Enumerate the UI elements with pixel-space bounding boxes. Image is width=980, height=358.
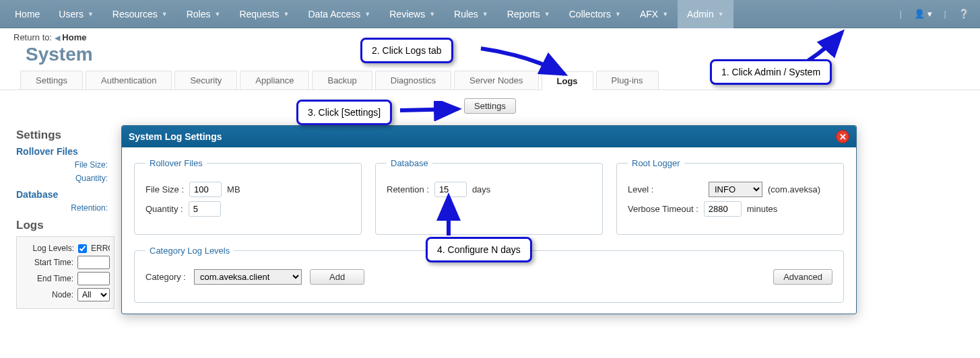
tab-strip: SettingsAuthenticationSecurityApplianceB… bbox=[0, 71, 980, 90]
database-fieldset: Database Retention : days bbox=[375, 158, 603, 235]
chevron-down-icon: ▼ bbox=[429, 11, 435, 17]
nav-reports[interactable]: Reports▼ bbox=[498, 0, 560, 28]
nav-home[interactable]: Home bbox=[5, 0, 49, 28]
category-label: Category : bbox=[145, 272, 186, 282]
sidebar-retention-label: Retention: bbox=[16, 201, 115, 215]
nav-separator: | bbox=[896, 9, 906, 19]
verbose-label: Verbose Timeout : bbox=[628, 204, 698, 214]
dialog-titlebar[interactable]: System Log Settings ✕ bbox=[122, 126, 856, 147]
breadcrumb-home-link[interactable]: Home bbox=[62, 32, 86, 42]
file-size-label: File Size : bbox=[145, 184, 184, 194]
help-icon[interactable]: ❔ bbox=[953, 9, 975, 19]
chevron-down-icon: ▼ bbox=[284, 11, 290, 17]
breadcrumb: Return to: ◀ Home bbox=[0, 28, 980, 42]
tab-diagnostics[interactable]: Diagnostics bbox=[375, 71, 451, 90]
filter-start-time-label: Start Time: bbox=[34, 258, 73, 267]
level-suffix: (com.aveksa) bbox=[768, 184, 820, 194]
retention-input[interactable] bbox=[434, 182, 467, 197]
callout-2: 2. Click Logs tab bbox=[360, 38, 453, 63]
sidebar-settings-heading: Settings bbox=[16, 129, 115, 142]
filter-start-time-input[interactable] bbox=[77, 256, 110, 269]
quantity-label: Quantity : bbox=[145, 204, 183, 214]
sidebar-rollover-link[interactable]: Rollover Files bbox=[16, 146, 115, 157]
settings-button[interactable]: Settings bbox=[464, 98, 516, 114]
filter-log-levels-value: ERROR bbox=[91, 244, 110, 253]
level-label: Level : bbox=[628, 184, 703, 194]
chevron-down-icon: ▼ bbox=[662, 11, 668, 17]
system-log-settings-dialog: System Log Settings ✕ Rollover Files Fil… bbox=[121, 125, 857, 314]
top-navbar: HomeUsers▼Resources▼Roles▼Requests▼Data … bbox=[0, 0, 980, 28]
settings-button-row: Settings bbox=[0, 90, 980, 119]
dialog-close-icon[interactable]: ✕ bbox=[836, 130, 849, 143]
dialog-title-text: System Log Settings bbox=[129, 131, 222, 142]
filter-node-select[interactable]: All bbox=[77, 288, 110, 301]
level-select[interactable]: INFO bbox=[709, 182, 762, 197]
quantity-input[interactable] bbox=[189, 201, 221, 217]
tab-authentication[interactable]: Authentication bbox=[86, 71, 172, 90]
nav-reviews[interactable]: Reviews▼ bbox=[380, 0, 445, 28]
page-title: System bbox=[0, 42, 980, 71]
chevron-down-icon: ▼ bbox=[615, 11, 621, 17]
filter-log-levels-checkbox[interactable] bbox=[78, 244, 87, 253]
filter-end-time-label: End Time: bbox=[37, 274, 73, 283]
tab-settings[interactable]: Settings bbox=[20, 71, 83, 90]
tab-logs[interactable]: Logs bbox=[542, 71, 593, 90]
logs-filter-box: Log Levels: ERROR Start Time: End Time: … bbox=[16, 236, 115, 309]
filter-end-time-input[interactable] bbox=[77, 272, 110, 285]
verbose-unit: minutes bbox=[747, 204, 778, 214]
filter-node-label: Node: bbox=[52, 290, 73, 299]
filter-log-levels-label: Log Levels: bbox=[33, 244, 74, 253]
nav-separator: | bbox=[940, 9, 950, 19]
tab-appliance[interactable]: Appliance bbox=[240, 71, 309, 90]
chevron-down-icon: ▼ bbox=[482, 11, 488, 17]
nav-afx[interactable]: AFX▼ bbox=[630, 0, 678, 28]
tab-server-nodes[interactable]: Server Nodes bbox=[454, 71, 538, 90]
nav-roles[interactable]: Roles▼ bbox=[177, 0, 230, 28]
verbose-input[interactable] bbox=[704, 201, 742, 217]
chevron-down-icon: ▼ bbox=[544, 11, 550, 17]
file-size-unit: MB bbox=[227, 184, 240, 194]
sidebar-quantity-label: Quantity: bbox=[16, 172, 115, 185]
add-button[interactable]: Add bbox=[310, 269, 364, 285]
rollover-fieldset: Rollover Files File Size : MB Quantity : bbox=[134, 158, 362, 235]
sidebar-logs-heading: Logs bbox=[16, 219, 115, 232]
nav-users[interactable]: Users▼ bbox=[49, 0, 102, 28]
chevron-down-icon: ▼ bbox=[162, 11, 168, 17]
nav-data-access[interactable]: Data Access▼ bbox=[298, 0, 380, 28]
retention-label: Retention : bbox=[387, 184, 429, 194]
category-select[interactable]: com.aveksa.client bbox=[194, 269, 302, 285]
callout-1: 1. Click Admin / System bbox=[710, 59, 832, 85]
file-size-input[interactable] bbox=[189, 182, 222, 197]
chevron-down-icon: ▼ bbox=[718, 11, 724, 17]
chevron-down-icon: ▼ bbox=[364, 11, 370, 17]
callout-3: 3. Click [Settings] bbox=[296, 100, 392, 125]
navbar-right: | 👤 ▾ | ❔ bbox=[896, 9, 975, 19]
breadcrumb-back-icon[interactable]: ◀ bbox=[55, 34, 60, 42]
nav-rules[interactable]: Rules▼ bbox=[445, 0, 498, 28]
callout-4: 4. Configure N days bbox=[426, 237, 532, 262]
root-logger-legend: Root Logger bbox=[628, 158, 684, 168]
retention-unit: days bbox=[472, 184, 490, 194]
root-logger-fieldset: Root Logger Level : INFO (com.aveksa) Ve… bbox=[616, 158, 844, 235]
nav-collectors[interactable]: Collectors▼ bbox=[560, 0, 630, 28]
advanced-button[interactable]: Advanced bbox=[773, 269, 832, 285]
sidebar-database-link[interactable]: Database bbox=[16, 189, 115, 200]
sidebar-file-size-label: File Size: bbox=[16, 158, 115, 172]
chevron-down-icon: ▼ bbox=[214, 11, 220, 17]
database-legend: Database bbox=[387, 158, 432, 168]
tab-security[interactable]: Security bbox=[174, 71, 237, 90]
rollover-legend: Rollover Files bbox=[145, 158, 207, 168]
chevron-down-icon: ▼ bbox=[88, 11, 94, 17]
user-icon[interactable]: 👤 ▾ bbox=[909, 9, 938, 19]
left-sidebar: Settings Rollover Files File Size: Quant… bbox=[0, 119, 120, 314]
category-legend: Category Log Levels bbox=[145, 246, 234, 256]
nav-admin[interactable]: Admin▼ bbox=[678, 0, 733, 28]
tab-backup[interactable]: Backup bbox=[312, 71, 372, 90]
tab-plug-ins[interactable]: Plug-ins bbox=[596, 71, 659, 90]
breadcrumb-prefix: Return to: bbox=[13, 32, 52, 42]
nav-resources[interactable]: Resources▼ bbox=[103, 0, 177, 28]
nav-requests[interactable]: Requests▼ bbox=[230, 0, 298, 28]
